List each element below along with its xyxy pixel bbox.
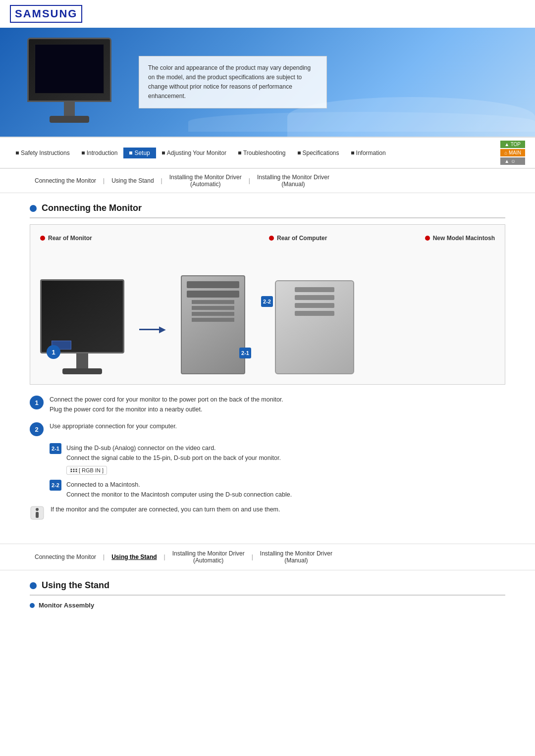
bottom-sep1: | [101, 554, 107, 560]
svg-point-1 [71, 469, 72, 470]
step2-1-content: Using the D-sub (Analog) connector on th… [66, 443, 281, 475]
main-button[interactable]: ⌂ MAIN [500, 149, 525, 156]
nav-bullet-specs [298, 151, 301, 154]
nav-label-setup: Setup [134, 150, 150, 156]
nav-item-safety[interactable]: Safety Instructions [10, 148, 76, 158]
rear-computer-label: Rear of Computer [269, 235, 327, 242]
bottom-sep2: | [162, 554, 167, 560]
hero-wave2 [188, 112, 535, 132]
step2-1-diagram-badge: 2-1 [239, 348, 251, 358]
note-text: If the monitor and the computer are conn… [51, 504, 280, 514]
connector-svg [70, 467, 78, 473]
cable-arrow: ▶ [139, 324, 166, 335]
mac-slot-2 [295, 295, 334, 300]
nav-bullet-info [351, 151, 354, 154]
badge-2-1-inline: 2-1 [50, 443, 61, 454]
step2-2-icon: 2-2 [50, 480, 61, 491]
top-button[interactable]: ▲ TOP [500, 141, 525, 148]
rgb-label: [ RGB IN ] [79, 467, 104, 473]
bottom-sep3: | [250, 554, 255, 560]
badge-2-2: 2-2 [261, 296, 273, 307]
mac-illustration: 2-2 [275, 280, 354, 374]
nav-item-setup[interactable]: Setup [123, 148, 156, 158]
mac-slot-4 [295, 311, 334, 316]
sub-nav-connecting[interactable]: Connecting the Monitor [30, 176, 101, 185]
nav-bullet-setup [129, 151, 132, 154]
step2-1-row: 2-1 Using the D-sub (Analog) connector o… [50, 443, 505, 475]
badge-2-1: 2-1 [239, 348, 251, 358]
monitor-neck [76, 353, 88, 368]
nav-bullet-safety [16, 151, 19, 154]
mac-label: New Model Macintosh [425, 235, 495, 242]
bottom-sub-nav-driver-auto[interactable]: Installing the Monitor Driver(Automatic) [167, 549, 250, 565]
step2-1-icon: 2-1 [50, 443, 61, 454]
svg-point-3 [76, 469, 77, 470]
extra-button[interactable]: ▲ ☺ [500, 157, 525, 165]
nav-label-safety: Safety Instructions [21, 150, 70, 156]
svg-point-8 [36, 508, 39, 511]
rear-monitor-dot [40, 236, 45, 241]
nav-item-intro[interactable]: Introduction [76, 148, 124, 158]
drive-bay-1 [187, 281, 239, 288]
section2-title-dot [30, 582, 37, 589]
section2-subtitle-row: Monitor Assembly [30, 602, 505, 609]
sub-nav-driver-manual[interactable]: Installing the Monitor Driver(Manual) [252, 173, 334, 189]
step1-text: Connect the power cord for your monitor … [50, 395, 283, 414]
monitor-illustration: 1 [40, 279, 124, 374]
rear-monitor-text: Rear of Monitor [48, 235, 92, 242]
bottom-sub-nav-driver-manual[interactable]: Installing the Monitor Driver(Manual) [255, 549, 337, 565]
hero-description: The color and appearance of the product … [148, 64, 311, 100]
svg-rect-9 [36, 512, 39, 518]
hero-text-box: The color and appearance of the product … [139, 56, 327, 109]
badge-1: 1 [47, 345, 60, 359]
nav-item-specs[interactable]: Specifications [292, 148, 345, 158]
note-svg-icon [30, 505, 45, 520]
step2-2-text: Connected to a Macintosh. Connect the mo… [66, 480, 292, 500]
badge-2-2-inline: 2-2 [50, 480, 61, 491]
computer-illustration: 2-1 [181, 275, 245, 374]
sub-nav-driver-auto[interactable]: Installing the Monitor Driver(Automatic) [164, 173, 247, 189]
section2-title: Using the Stand [30, 580, 505, 596]
svg-point-5 [73, 471, 75, 472]
sep3: | [247, 177, 252, 184]
diagram-top-labels: Rear of Monitor Rear of Computer New Mod… [40, 235, 495, 242]
section1-title-text: Connecting the Monitor [42, 203, 142, 213]
mac-tower: 2-2 [275, 280, 354, 374]
sep1: | [101, 177, 107, 184]
pci-slot-1 [192, 300, 234, 304]
nav-label-specs: Specifications [303, 150, 339, 156]
nav-item-info[interactable]: Information [345, 148, 392, 158]
section2-content: Using the Stand Monitor Assembly [0, 570, 535, 619]
header: SAMSUNG [0, 0, 535, 28]
svg-point-4 [71, 471, 72, 472]
svg-rect-0 [70, 467, 78, 473]
rear-computer-dot [269, 236, 274, 241]
step1-circle: 1 [30, 396, 44, 409]
rgb-connector-icon: [ RGB IN ] [66, 466, 107, 475]
monitor-body: 1 [40, 279, 124, 353]
section2-subtitle: Monitor Assembly [39, 602, 94, 609]
monitor-base [62, 368, 102, 374]
step1-badge-on-monitor: 1 [47, 345, 60, 359]
hero-monitor-illustration [15, 38, 124, 137]
section1-content: Connecting the Monitor Rear of Monitor R… [0, 193, 535, 539]
bottom-sub-nav-connecting[interactable]: Connecting the Monitor [30, 553, 101, 561]
mac-slot-1 [295, 287, 334, 292]
step2-text: Use appropriate connection for your comp… [50, 421, 177, 431]
step2-icon: 2 [30, 422, 44, 436]
nav-item-trouble[interactable]: Troubleshooting [232, 148, 292, 158]
drive-bay-2 [187, 291, 239, 298]
pci-slot-3 [192, 312, 234, 316]
samsung-logo: SAMSUNG [10, 5, 82, 23]
mac-text: New Model Macintosh [433, 235, 495, 242]
nav-item-adjusting[interactable]: Adjusting Your Monitor [156, 148, 232, 158]
pci-slot-2 [192, 306, 234, 310]
svg-point-6 [76, 471, 77, 472]
sub-navigation-top: Connecting the Monitor | Using the Stand… [0, 169, 535, 193]
bottom-sub-nav-stand[interactable]: Using the Stand [107, 553, 161, 561]
step1-icon: 1 [30, 396, 44, 409]
note-row: If the monitor and the computer are conn… [30, 504, 505, 522]
side-buttons: ▲ TOP ⌂ MAIN ▲ ☺ [500, 141, 525, 165]
section1-title-dot [30, 205, 37, 212]
sub-nav-stand[interactable]: Using the Stand [107, 176, 159, 185]
